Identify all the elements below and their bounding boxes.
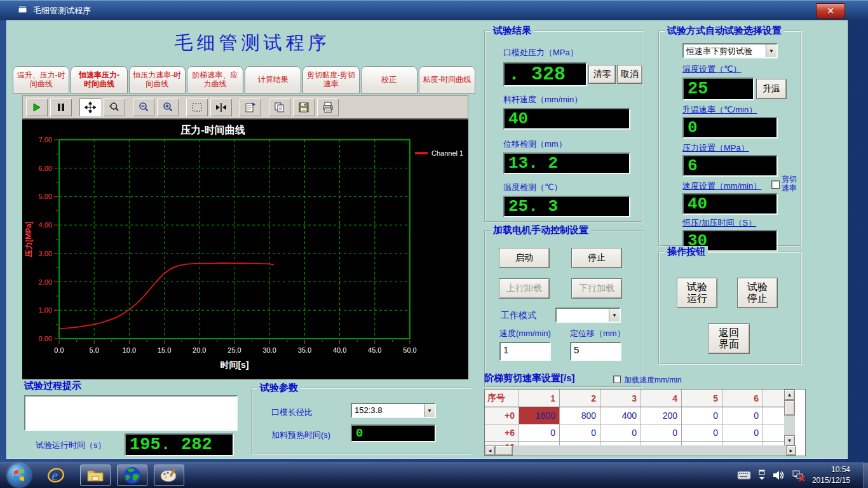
taskbar-clock[interactable]: 10:54 2015/12/15 bbox=[812, 464, 850, 487]
test-results-group: 试验结果 口模处压力（MPa） . 328 清零 取消 料杆速度（mm/min）… bbox=[484, 30, 643, 222]
target-disp-input[interactable]: 5 bbox=[570, 342, 621, 361]
keyboard-icon[interactable] bbox=[737, 471, 751, 480]
load-speed-checkbox[interactable] bbox=[613, 376, 621, 383]
file-explorer-icon[interactable] bbox=[80, 464, 111, 486]
table-vscrollbar[interactable]: ▲ ▼ bbox=[784, 390, 795, 446]
test-mode-select[interactable]: 恒速率下剪切试验 ▼ bbox=[682, 43, 778, 58]
tab-temp-pressure-time[interactable]: 温升、压力-时 间曲线 bbox=[13, 66, 69, 94]
internet-explorer-icon[interactable]: e bbox=[41, 464, 71, 486]
chevron-down-icon[interactable]: ▼ bbox=[766, 44, 776, 57]
scroll-up-icon[interactable]: ▲ bbox=[784, 390, 795, 400]
col-header: 2 bbox=[560, 390, 600, 407]
svg-text:40.0: 40.0 bbox=[333, 346, 346, 354]
heat-up-button[interactable]: 升温 bbox=[756, 79, 787, 99]
tab-viscosity-time[interactable]: 粘度-时间曲线 bbox=[419, 66, 475, 94]
paint-app-icon[interactable] bbox=[154, 464, 184, 486]
temp-detect-label: 温度检测（℃） bbox=[503, 182, 562, 193]
table-cell[interactable]: 0 bbox=[682, 424, 722, 442]
print-icon[interactable] bbox=[316, 98, 339, 117]
table-hscrollbar[interactable]: ◄ ► bbox=[485, 445, 796, 456]
ram-speed-label: 料杆速度（mm/min） bbox=[503, 94, 582, 105]
preheat-value[interactable]: 0 bbox=[351, 424, 436, 442]
network-error-icon[interactable] bbox=[792, 469, 806, 482]
zoom-in-icon[interactable] bbox=[156, 98, 179, 117]
table-cell[interactable]: 800 bbox=[560, 407, 600, 424]
tab-calc-results[interactable]: 计算结果 bbox=[245, 66, 301, 94]
table-cell[interactable]: 200 bbox=[641, 407, 682, 424]
pressure-set-label: 压力设置（MPa） bbox=[682, 142, 749, 154]
table-cell[interactable]: 0 bbox=[722, 424, 763, 442]
scroll-thumb[interactable] bbox=[784, 400, 795, 416]
die-ratio-select[interactable]: 152:3.8 ▼ bbox=[351, 403, 436, 418]
start-button[interactable] bbox=[8, 464, 31, 487]
manual-speed-input[interactable]: 1 bbox=[499, 342, 551, 361]
work-mode-select[interactable]: ▼ bbox=[555, 308, 621, 323]
table-cell[interactable]: 0 bbox=[519, 424, 560, 442]
chevron-down-icon[interactable]: ▼ bbox=[424, 404, 435, 417]
tab-constant-rate-pressure-time[interactable]: 恒速率压力- 时间曲线 bbox=[71, 66, 127, 94]
collapse-horizontal-icon[interactable] bbox=[210, 98, 233, 117]
svg-text:3.00: 3.00 bbox=[39, 250, 52, 257]
scroll-right-icon[interactable]: ► bbox=[786, 445, 796, 456]
table-cell[interactable]: 0 bbox=[722, 407, 763, 424]
clear-button[interactable]: 清零 bbox=[588, 65, 616, 84]
temp-set-value[interactable]: 25 bbox=[682, 78, 754, 100]
return-ui-button[interactable]: 返回 界面 bbox=[708, 323, 750, 354]
table-cell[interactable]: 0 bbox=[560, 424, 600, 442]
process-hint-box[interactable] bbox=[24, 395, 238, 431]
displacement-value: 13. 2 bbox=[503, 152, 630, 174]
play-icon[interactable] bbox=[25, 98, 48, 117]
pan-icon[interactable] bbox=[79, 98, 102, 117]
speed-set-value[interactable]: 40 bbox=[682, 193, 778, 215]
copy-icon[interactable] bbox=[268, 98, 291, 117]
tab-step-rate-stress[interactable]: 阶梯速率、应 力曲线 bbox=[187, 66, 243, 94]
pressure-set-value[interactable]: 6 bbox=[682, 155, 778, 177]
svg-text:50.0: 50.0 bbox=[403, 346, 416, 354]
svg-text:e: e bbox=[51, 468, 58, 484]
motor-stop-button[interactable]: 停止 bbox=[571, 248, 622, 268]
die-ratio-value: 152:3.8 bbox=[355, 405, 422, 415]
zoom-window-icon[interactable] bbox=[103, 98, 126, 117]
test-run-button[interactable]: 试验 运行 bbox=[677, 278, 717, 308]
test-stop-button[interactable]: 试验 停止 bbox=[737, 278, 778, 308]
chevron-down-icon[interactable]: ▼ bbox=[609, 309, 620, 322]
motor-down-load-button[interactable]: 下行加载 bbox=[571, 278, 622, 299]
row-label: +6 bbox=[485, 424, 519, 442]
cancel-button[interactable]: 取消 bbox=[617, 65, 642, 84]
scroll-down-icon[interactable]: ▼ bbox=[784, 435, 795, 446]
pause-icon[interactable] bbox=[50, 98, 72, 117]
tab-constant-pressure-rate-time[interactable]: 恒压力速率-时 间曲线 bbox=[129, 66, 186, 94]
table-cell[interactable]: 0 bbox=[641, 424, 682, 442]
scroll-thumb[interactable] bbox=[495, 445, 513, 456]
table-cell-selected[interactable]: 1600 bbox=[519, 407, 560, 424]
show-desktop-button[interactable] bbox=[864, 463, 868, 488]
window-form-icon bbox=[18, 5, 28, 14]
hidden-icons-caret-icon[interactable] bbox=[757, 470, 766, 481]
chart-canvas[interactable]: 0.05.010.015.020.025.030.035.040.045.050… bbox=[22, 119, 468, 379]
row-label: +0 bbox=[485, 407, 519, 424]
motor-control-title: 加载电机手动控制设置 bbox=[491, 224, 591, 236]
tab-calibration[interactable]: 校正 bbox=[361, 66, 417, 94]
motor-up-unload-button[interactable]: 上行卸载 bbox=[499, 278, 550, 299]
save-icon[interactable] bbox=[292, 98, 315, 117]
speaker-icon[interactable] bbox=[773, 470, 785, 481]
svg-text:压力-时间曲线: 压力-时间曲线 bbox=[180, 125, 245, 135]
globe-app-icon[interactable] bbox=[117, 464, 147, 486]
tab-shear-viscosity-rate[interactable]: 剪切黏度-剪切 速率 bbox=[302, 66, 359, 94]
svg-text:时间[s]: 时间[s] bbox=[220, 360, 248, 370]
scroll-left-icon[interactable]: ◄ bbox=[485, 445, 495, 456]
select-rect-icon[interactable] bbox=[186, 98, 208, 117]
table-cell[interactable]: 400 bbox=[600, 407, 641, 424]
svg-text:6.00: 6.00 bbox=[39, 165, 52, 172]
svg-text:压力[MPa]: 压力[MPa] bbox=[24, 221, 33, 258]
clock-date: 2015/12/15 bbox=[812, 475, 850, 486]
close-button[interactable]: ✕ bbox=[816, 3, 845, 19]
auto-test-title: 试验方式自动试验选择设置 bbox=[665, 25, 784, 37]
zoom-out-icon[interactable] bbox=[132, 98, 155, 117]
table-cell[interactable]: 0 bbox=[682, 407, 722, 424]
heat-rate-value[interactable]: 0 bbox=[682, 117, 778, 139]
motor-start-button[interactable]: 启动 bbox=[499, 248, 550, 268]
properties-icon[interactable] bbox=[239, 98, 262, 117]
table-cell[interactable]: 0 bbox=[600, 424, 641, 442]
shear-rate-checkbox[interactable] bbox=[771, 180, 780, 189]
